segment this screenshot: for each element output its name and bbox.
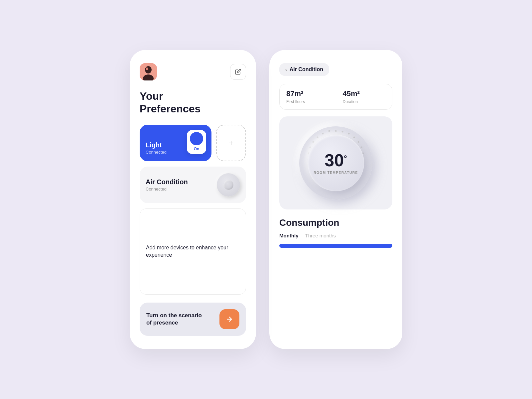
scenario-arrow-button[interactable] <box>219 309 239 329</box>
right-phone: ‹ Air Condition 87m² First floors 45m² D… <box>269 50 402 349</box>
temperature-value: 30 <box>325 152 344 169</box>
back-button[interactable]: ‹ Air Condition <box>279 63 329 76</box>
back-label: Air Condition <box>290 66 323 72</box>
arrow-right-icon <box>226 316 233 323</box>
title-line2: Preferences <box>140 103 200 115</box>
title-line1: Your <box>140 90 163 102</box>
svg-point-23 <box>310 147 311 148</box>
scenario-bar[interactable]: Turn on the scenario of presence <box>140 303 246 336</box>
svg-point-5 <box>335 130 337 132</box>
add-devices-text: Add more devices to enhance your experie… <box>146 244 240 259</box>
svg-point-22 <box>313 141 314 143</box>
ac-dial-inner <box>223 180 233 190</box>
stat-duration-value: 45m² <box>343 89 386 98</box>
thermostat-dial[interactable]: 30 ° ROOM TEMPERATURE <box>299 126 372 200</box>
stat-area-value: 87m² <box>286 89 329 98</box>
toggle-wrap: On <box>187 130 206 154</box>
stat-duration: 45m² Duration <box>336 84 392 109</box>
light-toggle[interactable]: On <box>187 130 206 154</box>
svg-point-19 <box>329 130 330 132</box>
edit-button[interactable] <box>230 64 246 80</box>
svg-point-7 <box>348 133 350 135</box>
svg-point-10 <box>361 147 362 148</box>
consumption-title: Consumption <box>279 217 392 228</box>
svg-point-8 <box>353 137 355 138</box>
add-devices-banner[interactable]: Add more devices to enhance your experie… <box>140 208 246 295</box>
left-phone-header <box>140 63 246 80</box>
svg-point-1 <box>145 66 152 73</box>
svg-point-21 <box>317 137 319 138</box>
ac-card-subtitle: Connected <box>146 187 188 192</box>
ac-card-title: Air Condition <box>146 178 188 186</box>
add-icon: + <box>229 138 233 148</box>
svg-point-3 <box>146 67 148 70</box>
stat-area-label: First floors <box>286 99 329 104</box>
page-title: Your Preferences <box>140 90 246 115</box>
pencil-icon <box>235 69 241 75</box>
consumption-bar <box>279 244 392 248</box>
add-device-card[interactable]: + <box>216 125 246 161</box>
stat-duration-label: Duration <box>343 99 386 104</box>
svg-point-9 <box>358 141 359 143</box>
consumption-section: Consumption Monthly Three months <box>279 217 392 248</box>
ac-dial <box>217 173 240 197</box>
tab-monthly[interactable]: Monthly <box>279 233 299 238</box>
temperature-display: 30 ° <box>325 152 347 169</box>
toggle-label: On <box>194 147 200 151</box>
temperature-label: ROOM TEMPERATURE <box>314 171 358 175</box>
toggle-knob <box>190 132 203 145</box>
tab-three-months[interactable]: Three months <box>305 233 336 238</box>
scenario-text: Turn on the scenario of presence <box>146 312 206 327</box>
svg-point-6 <box>342 131 343 133</box>
ac-card-info: Air Condition Connected <box>146 178 188 192</box>
left-phone: Your Preferences On Light Connected + Ai… <box>130 50 256 349</box>
stat-area: 87m² First floors <box>280 84 336 109</box>
svg-point-20 <box>322 133 324 135</box>
ac-card[interactable]: Air Condition Connected <box>140 167 246 203</box>
device-cards-row: On Light Connected + <box>140 125 246 161</box>
thermostat-section: 30 ° ROOM TEMPERATURE <box>279 116 392 209</box>
light-card[interactable]: On Light Connected <box>140 125 211 161</box>
consumption-tabs: Monthly Three months <box>279 233 392 238</box>
temperature-unit: ° <box>344 154 347 163</box>
avatar <box>140 63 157 80</box>
chevron-left-icon: ‹ <box>285 67 287 72</box>
stats-card: 87m² First floors 45m² Duration <box>279 84 392 110</box>
thermostat-inner: 30 ° ROOM TEMPERATURE <box>308 135 364 191</box>
